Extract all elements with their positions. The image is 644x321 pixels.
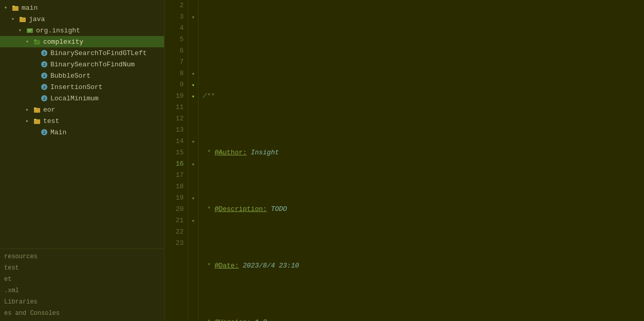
java-file-icon: J — [40, 60, 48, 68]
sidebar-item-main-java[interactable]: ▸ J Main — [0, 127, 164, 138]
svg-rect-8 — [34, 40, 37, 41]
svg-rect-0 — [12, 6, 19, 11]
sidebar-item-label: BinarySearchToFindNum — [50, 61, 135, 68]
folder-icon — [33, 105, 41, 114]
sidebar-item-label: main — [22, 4, 38, 12]
fold-14[interactable]: ▾ — [188, 136, 198, 147]
folder-icon — [19, 15, 27, 23]
java-file-icon: J — [40, 49, 48, 57]
sidebar-item-label: InsertionSort — [50, 83, 102, 91]
sidebar-item-binary-search-gtleft[interactable]: ▸ J BinarySearchToFindGTLeft — [0, 47, 164, 59]
svg-rect-1 — [12, 6, 15, 7]
sidebar-consoles[interactable]: es and Consoles — [4, 308, 160, 319]
sidebar-item-label: LocalMinimum — [50, 95, 99, 102]
sidebar-libraries[interactable]: Libraries — [4, 296, 160, 308]
sidebar-item-bubble-sort[interactable]: ▸ J BubbleSort — [0, 70, 164, 81]
code-line-5: * @Description: TODO — [203, 204, 640, 215]
sidebar-item-complexity[interactable]: ▾ complexity — [0, 36, 164, 47]
svg-rect-5 — [28, 29, 32, 30]
editor: 2 3 4 5 6 7 8 9 10 11 12 13 14 15 16 17 … — [165, 0, 644, 321]
sidebar-item-local-minimum[interactable]: ▸ J LocalMinimum — [0, 93, 164, 104]
sidebar-item-label: complexity — [43, 38, 83, 46]
svg-text:J: J — [43, 130, 46, 135]
file-tree: ▾ main ▾ java ▾ org.insight ▾ — [0, 0, 164, 248]
java-file-icon: J — [40, 94, 48, 102]
java-file-icon: J — [40, 72, 48, 80]
expand-arrow: ▾ — [26, 39, 33, 45]
svg-rect-3 — [20, 17, 22, 18]
sidebar-resources[interactable]: resources — [4, 251, 160, 262]
sidebar-item-label: Main — [50, 129, 66, 136]
code-content[interactable]: /** * @Author: Insight * @Description: T… — [199, 0, 644, 321]
fold-8[interactable]: ▾ — [188, 68, 198, 79]
java-file-icon: J — [40, 83, 48, 91]
et-label: et — [4, 276, 11, 283]
sidebar-item-label: BinarySearchToFindGTLeft — [50, 49, 147, 57]
svg-rect-6 — [28, 31, 31, 32]
test-label: test — [4, 264, 19, 272]
fold-16[interactable]: ▾ — [188, 158, 198, 170]
sidebar-test-bottom[interactable]: test — [4, 262, 160, 274]
sidebar-item-insertion-sort[interactable]: ▸ J InsertionSort — [0, 81, 164, 93]
sidebar-item-label: java — [29, 15, 45, 23]
sidebar-item-label: test — [43, 117, 59, 125]
svg-text:J: J — [43, 96, 46, 101]
sidebar-item-eor[interactable]: ▸ eor — [0, 104, 164, 115]
folder-icon — [11, 4, 20, 12]
svg-rect-21 — [34, 119, 40, 124]
svg-text:J: J — [43, 74, 46, 78]
java-file-icon: J — [40, 128, 48, 136]
code-area[interactable]: 2 3 4 5 6 7 8 9 10 11 12 13 14 15 16 17 … — [165, 0, 644, 321]
sidebar: ▾ main ▾ java ▾ org.insight ▾ — [0, 0, 165, 321]
expand-arrow: ▾ — [4, 5, 11, 11]
sidebar-bottom: resources test et .xml Libraries es and … — [0, 248, 164, 321]
expand-arrow: ▸ — [26, 118, 33, 124]
expand-arrow: ▾ — [19, 27, 26, 33]
svg-rect-7 — [34, 40, 40, 45]
svg-text:J: J — [43, 85, 46, 90]
code-line-7: * @Version: 1.0 — [203, 317, 640, 321]
code-line-2 — [203, 34, 640, 45]
line-numbers: 2 3 4 5 6 7 8 9 10 11 12 13 14 15 16 17 … — [165, 0, 188, 321]
folder-icon — [33, 117, 41, 125]
folder-icon — [33, 38, 41, 46]
fold-3[interactable]: ▾ — [188, 11, 198, 23]
sidebar-item-main[interactable]: ▾ main — [0, 2, 164, 13]
xml-label: .xml — [4, 287, 19, 294]
svg-rect-19 — [34, 108, 40, 113]
libraries-label: Libraries — [4, 298, 38, 306]
svg-text:J: J — [43, 62, 46, 67]
expand-arrow: ▾ — [11, 16, 19, 22]
fold-21[interactable]: ▾ — [188, 215, 198, 226]
fold-10[interactable]: ▾ — [188, 91, 198, 102]
gutter: ▾ ▾ ▾ ▾ ▾ ▾ ▾ ▾ — [188, 0, 199, 321]
code-line-3: /** — [203, 91, 640, 102]
sidebar-item-java[interactable]: ▾ java — [0, 13, 164, 25]
svg-rect-22 — [34, 119, 37, 120]
consoles-label: es and Consoles — [4, 310, 60, 317]
svg-rect-2 — [20, 17, 26, 22]
sidebar-item-org-insight[interactable]: ▾ org.insight — [0, 25, 164, 36]
sidebar-item-label: eor — [43, 106, 55, 114]
package-icon — [26, 26, 34, 34]
code-line-6: * @Date: 2023/8/4 23:10 — [203, 260, 640, 272]
resources-label: resources — [4, 253, 38, 260]
fold-9[interactable]: ▾ — [188, 79, 198, 91]
expand-arrow: ▸ — [26, 106, 33, 113]
sidebar-et[interactable]: et — [4, 274, 160, 285]
sidebar-item-label: BubbleSort — [50, 72, 91, 80]
sidebar-item-binary-search-num[interactable]: ▸ J BinarySearchToFindNum — [0, 59, 164, 70]
sidebar-xml[interactable]: .xml — [4, 285, 160, 296]
sidebar-item-test[interactable]: ▸ test — [0, 115, 164, 127]
fold-19[interactable]: ▾ — [188, 192, 198, 204]
sidebar-item-label: org.insight — [36, 27, 80, 34]
code-line-4: * @Author: Insight — [203, 147, 640, 158]
svg-rect-20 — [34, 108, 37, 109]
svg-text:J: J — [43, 51, 46, 56]
